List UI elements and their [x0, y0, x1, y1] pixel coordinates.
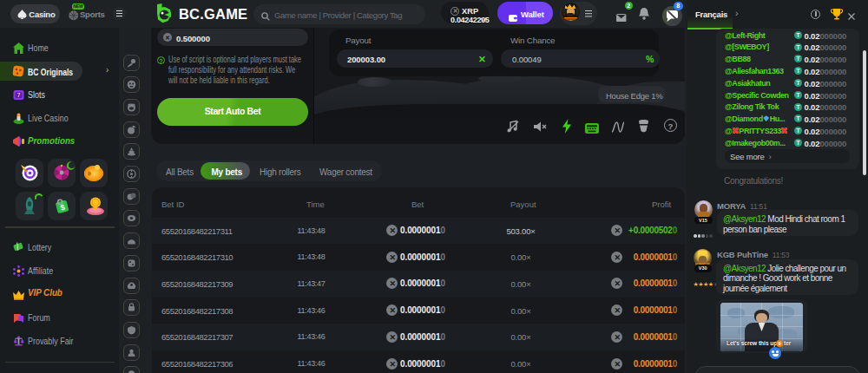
svg-text:7: 7	[17, 92, 21, 98]
